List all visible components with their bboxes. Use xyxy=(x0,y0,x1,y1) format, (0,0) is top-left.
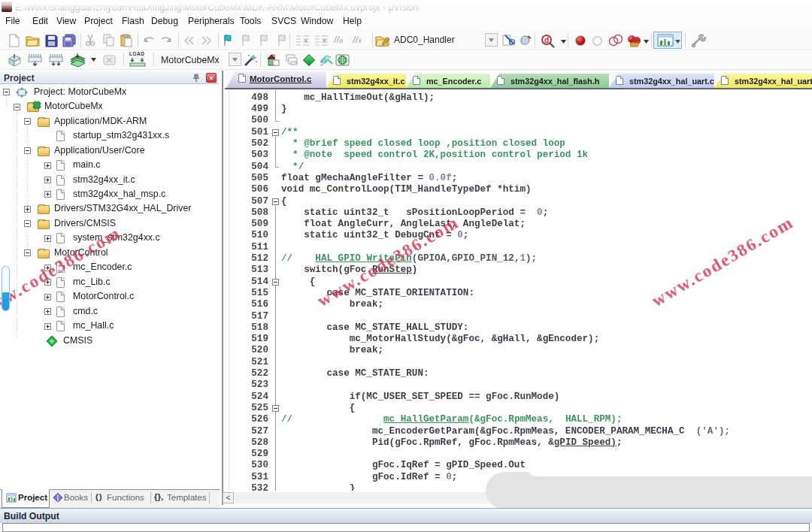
svg-text:d: d xyxy=(544,36,549,44)
